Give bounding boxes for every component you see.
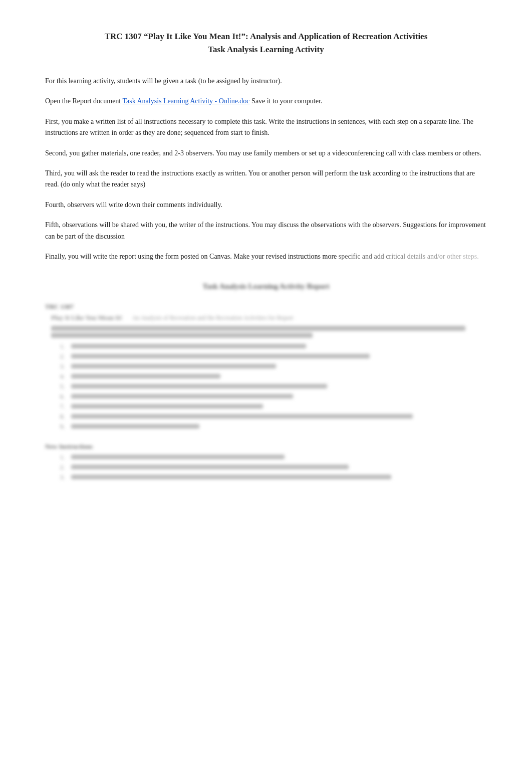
blurred-list-2: 1. 2. 3. — [60, 454, 487, 481]
page: TRC 1307 “Play It Like You Mean It!”: An… — [0, 0, 532, 780]
paragraph-8-blurred: specific and add critical details and/or… — [339, 253, 479, 260]
blurred-section-title: Task Analysis Learning Activity Report — [45, 282, 487, 291]
body-content: For this learning activity, students wil… — [45, 76, 487, 481]
paragraph-8: Finally, you will write the report using… — [45, 251, 487, 262]
title-line2: Task Analysis Learning Activity — [45, 43, 487, 56]
blurred-list-1: 1. 2. 3. 4. 5. 6. 7. 8. 9. — [60, 343, 487, 431]
paragraph-3: First, you make a written list of all in… — [45, 116, 487, 139]
paragraph-4: Second, you gather materials, one reader… — [45, 148, 487, 159]
blurred-sublabel-1: Play It Like You Mean It! An Analysis of… — [51, 314, 487, 322]
title-line1: TRC 1307 “Play It Like You Mean It!”: An… — [45, 30, 487, 43]
blurred-label-1: TRC 1307 — [45, 303, 487, 311]
page-title: TRC 1307 “Play It Like You Mean It!”: An… — [45, 30, 487, 56]
paragraph-5: Third, you will ask the reader to read t… — [45, 168, 487, 190]
blurred-report-section: Task Analysis Learning Activity Report T… — [45, 282, 487, 481]
document-header: TRC 1307 “Play It Like You Mean It!”: An… — [45, 30, 487, 56]
blurred-block-1: TRC 1307 Play It Like You Mean It! An An… — [45, 303, 487, 431]
blurred-block-2: New Instructions 1. 2. 3. — [45, 443, 487, 481]
paragraph-7: Fifth, observations will be shared with … — [45, 220, 487, 242]
paragraph-6: Fourth, observers will write down their … — [45, 200, 487, 211]
paragraph-2: Open the Report document Task Analysis L… — [45, 96, 487, 107]
paragraph-1: For this learning activity, students wil… — [45, 76, 487, 87]
document-link[interactable]: Task Analysis Learning Activity - Online… — [123, 97, 250, 105]
blurred-label-2: New Instructions — [45, 443, 487, 451]
